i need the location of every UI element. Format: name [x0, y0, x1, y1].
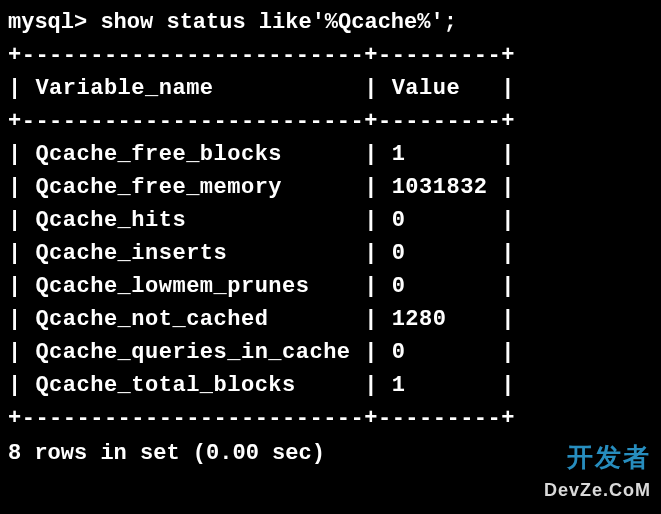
- table-border: +-------------------------+---------+: [8, 39, 653, 72]
- watermark-en: DevZe.CoM: [544, 477, 651, 504]
- table-row: | Qcache_not_cached | 1280 |: [8, 303, 653, 336]
- result-summary: 8 rows in set (0.00 sec): [8, 437, 653, 470]
- command-line[interactable]: mysql> show status like'%Qcache%';: [8, 6, 653, 39]
- table-row: | Qcache_total_blocks | 1 |: [8, 369, 653, 402]
- table-border: +-------------------------+---------+: [8, 402, 653, 435]
- table-row: | Qcache_lowmem_prunes | 0 |: [8, 270, 653, 303]
- table-row: | Qcache_hits | 0 |: [8, 204, 653, 237]
- table-header: | Variable_name | Value |: [8, 72, 653, 105]
- table-row: | Qcache_free_memory | 1031832 |: [8, 171, 653, 204]
- sql-command: show status like'%Qcache%';: [100, 10, 456, 35]
- result-table: +-------------------------+---------+| V…: [8, 39, 653, 435]
- table-row: | Qcache_inserts | 0 |: [8, 237, 653, 270]
- table-border: +-------------------------+---------+: [8, 105, 653, 138]
- mysql-prompt: mysql>: [8, 10, 100, 35]
- table-row: | Qcache_queries_in_cache | 0 |: [8, 336, 653, 369]
- table-row: | Qcache_free_blocks | 1 |: [8, 138, 653, 171]
